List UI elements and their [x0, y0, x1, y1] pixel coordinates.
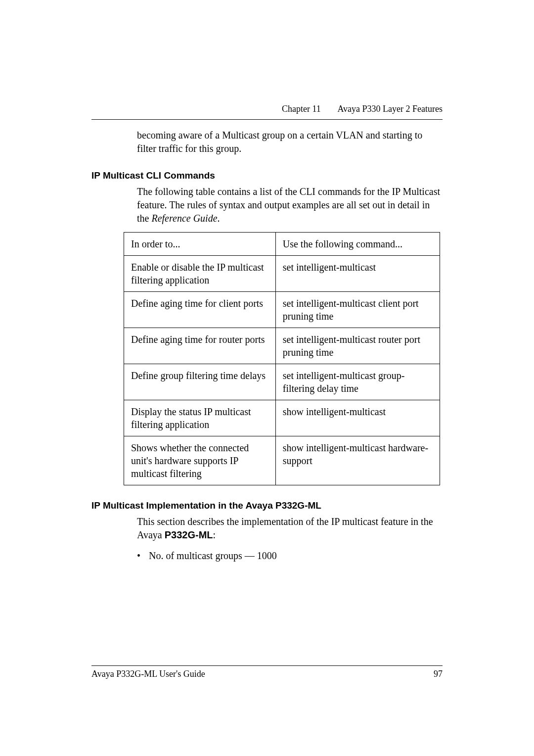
table-cell-left: Define aging time for router ports	[124, 328, 276, 364]
header-title: Avaya P330 Layer 2 Features	[337, 104, 443, 114]
table-cell-right: set intelligent-multicast	[275, 256, 440, 292]
table-header-row: In order to... Use the following command…	[124, 233, 440, 256]
table-cell-right: show intelligent-multicast hardware-supp…	[275, 436, 440, 485]
table-cell-right: set intelligent-multicast router port pr…	[275, 328, 440, 364]
reference-guide-italic: Reference Guide	[151, 213, 217, 224]
page-footer: Avaya P332G-ML User's Guide 97	[91, 665, 443, 679]
page-number: 97	[434, 669, 443, 679]
footer-left: Avaya P332G-ML User's Guide	[91, 669, 205, 679]
para-text-after-italic: .	[218, 213, 220, 224]
table-cell-right: show intelligent-multicast	[275, 400, 440, 436]
section-intro-impl: This section describes the implementatio…	[137, 515, 443, 542]
continuation-paragraph: becoming aware of a Multicast group on a…	[137, 129, 443, 155]
table-cell-left: Display the status IP multicast filterin…	[124, 400, 276, 436]
section-heading-cli: IP Multicast CLI Commands	[91, 170, 443, 181]
table-cell-right: set intelligent-multicast client port pr…	[275, 292, 440, 328]
page-header: Chapter 11 Avaya P330 Layer 2 Features	[91, 104, 443, 120]
header-text: Chapter 11 Avaya P330 Layer 2 Features	[91, 104, 443, 118]
bullet-list: No. of multicast groups — 1000	[137, 549, 443, 563]
cli-commands-table: In order to... Use the following command…	[124, 232, 440, 485]
footer-text: Avaya P332G-ML User's Guide 97	[91, 669, 443, 679]
table-cell-left: Shows whether the connected unit's hardw…	[124, 436, 276, 485]
section-heading-impl: IP Multicast Implementation in the Avaya…	[91, 500, 443, 511]
table-cell-left: Define group filtering time delays	[124, 364, 276, 400]
table-row: Define group filtering time delays set i…	[124, 364, 440, 400]
table-header-left: In order to...	[124, 233, 276, 256]
table-row: Define aging time for client ports set i…	[124, 292, 440, 328]
table-header-right: Use the following command...	[275, 233, 440, 256]
table-row: Shows whether the connected unit's hardw…	[124, 436, 440, 485]
table-row: Enable or disable the IP multicast filte…	[124, 256, 440, 292]
table-cell-left: Enable or disable the IP multicast filte…	[124, 256, 276, 292]
header-rule	[91, 119, 443, 120]
footer-rule	[91, 665, 443, 666]
table-row: Display the status IP multicast filterin…	[124, 400, 440, 436]
model-bold: P332G-ML	[165, 529, 213, 540]
table-row: Define aging time for router ports set i…	[124, 328, 440, 364]
table-cell-left: Define aging time for client ports	[124, 292, 276, 328]
chapter-label: Chapter 11	[282, 104, 321, 114]
para-text-after-bold: :	[213, 529, 216, 540]
table-cell-right: set intelligent-multicast group-filterin…	[275, 364, 440, 400]
section-intro-cli: The following table contains a list of t…	[137, 185, 443, 225]
list-item: No. of multicast groups — 1000	[137, 549, 443, 563]
